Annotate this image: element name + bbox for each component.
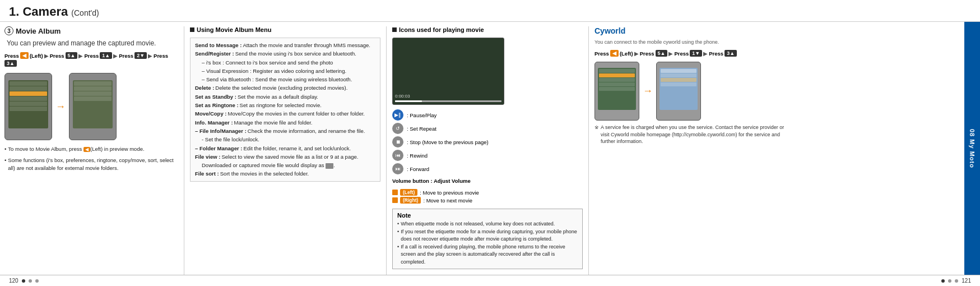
press-key-cyw-left: ◀: [610, 50, 619, 57]
press-label: Press: [4, 53, 19, 59]
press-key-cyw-3: 1▼: [690, 50, 702, 57]
press-label-cyw-2: Press: [640, 50, 654, 57]
menu-text: Set the movie as a default display.: [238, 93, 318, 100]
screen-row: [10, 96, 47, 101]
page-header: 1. Camera (Cont'd): [0, 0, 980, 22]
cy-screen-content-right: [659, 68, 698, 87]
menu-item: File sort : Sort the movies in the selec…: [195, 170, 375, 177]
press-key-5: 3▲: [4, 60, 17, 67]
screen-row: [74, 86, 112, 91]
menu-sub-text: – Send via Bluetooth : Send the movie us…: [202, 76, 352, 83]
footer-dot-r3: [955, 279, 958, 283]
arrow-2: ▶: [78, 53, 83, 59]
press-key-2: 5▲: [66, 52, 78, 59]
sidebar-label: 08 My Moto: [969, 129, 976, 168]
menu-label: – File Info/Manager :: [195, 127, 247, 135]
menu-item: Set as Standby : Set the movie as a defa…: [195, 93, 375, 100]
cy-screen-row: [599, 82, 635, 86]
section-name-icons: Icons used for playing movie: [399, 26, 484, 33]
menu-text: Send the movie using i's box service and…: [235, 50, 356, 57]
nav-key-left: (Left): [400, 189, 417, 196]
columns: 3 Movie Album You can preview and manage…: [0, 22, 964, 275]
footer-dot-r1: [941, 279, 945, 283]
forward-icon: ⏭: [392, 163, 403, 174]
menu-sub-text: – Visual Expression : Register as video …: [202, 67, 346, 75]
menu-text: Set as ringtone for selected movie.: [240, 102, 322, 109]
asterisk-symbol: ※: [594, 124, 599, 145]
screen-row: [10, 107, 47, 111]
asterisk-note: ※ A service fee is charged when you use …: [594, 124, 785, 145]
page-container: 1. Camera (Cont'd) 3 Movie Album You can…: [0, 0, 980, 286]
movie-overlay-text: 0:00:03: [395, 94, 501, 99]
nav-key-right: (Right): [400, 197, 421, 204]
cy-screen-row: [599, 87, 635, 91]
menu-item: – Folder Manager : Edit the folder, rena…: [195, 145, 375, 152]
press-key-cyw-4: 3▲: [724, 50, 737, 57]
nav-key-section: (Left) : Move to previous movie (Right) …: [392, 189, 583, 204]
screen-row: [10, 86, 47, 91]
press-label-cyw-4: Press: [709, 50, 723, 57]
phone-arrow: →: [55, 101, 66, 113]
nav-right-label: : Move to next movie: [423, 197, 472, 204]
rewind-label: : Rewind: [407, 153, 428, 159]
press-key-cyw-2: 5▲: [656, 50, 668, 57]
section-num: 3 Movie Album: [4, 26, 178, 35]
stop-label: : Stop (Move to the previous page): [407, 139, 489, 145]
col-icons: Icons used for playing movie 0:00:03 ▶‖ …: [392, 26, 583, 275]
press-label-3: Press: [84, 53, 99, 59]
col-divider-1: [184, 26, 184, 275]
cy-screen-row: [661, 69, 696, 73]
footer-left: 120: [9, 278, 39, 284]
menu-label: Set as Standby :: [195, 93, 236, 100]
note-dot: •: [397, 220, 399, 228]
arrow-4: ▶: [148, 53, 152, 59]
bullet-note-1: • To move to Movie Album, press ◀(Left) …: [4, 145, 178, 153]
arrow-1: ▶: [44, 53, 49, 59]
cy-screen-left: [598, 68, 636, 110]
menu-label: File view :: [195, 153, 220, 160]
screen-row-highlight: [10, 91, 47, 96]
press-key-4: 2▼: [134, 52, 147, 59]
screen-row: [10, 81, 47, 86]
cy-phone-right: [656, 62, 701, 121]
bullet-text-1: To move to Movie Album, press ◀(Left) in…: [8, 145, 144, 153]
bullet-text-2: Some functions (i's box, preferences, ri…: [8, 156, 178, 172]
cy-screen-row-highlight: [599, 73, 635, 77]
footer-dot-r2: [948, 279, 951, 283]
bullet-dot: •: [4, 156, 6, 172]
screen-row: [74, 96, 112, 101]
page-footer: 120 121: [0, 275, 980, 286]
cyworld-phones: →: [594, 62, 785, 121]
menu-item: Send to Message : Attach the movie and t…: [195, 41, 375, 49]
volume-label: Volume button : Adjust Volume: [392, 178, 471, 184]
press-label-cyw-3: Press: [674, 50, 689, 57]
pause-play-label: : Pause/Play: [407, 112, 436, 118]
cyworld-desc: You can connect to the mobile cyworld us…: [594, 39, 785, 45]
arrow-3: ▶: [113, 53, 118, 59]
icon-row-stop: ⏹ : Stop (Move to the previous page): [392, 136, 583, 147]
black-square-icon-2: [392, 27, 397, 32]
footer-dot-3: [35, 279, 39, 283]
nav-key-left-row: (Left) : Move to previous movie: [392, 189, 583, 196]
menu-label: – Folder Manager :: [195, 145, 242, 152]
press-label-5: Press: [154, 53, 168, 59]
press-bar-cyworld: Press ◀ (Left) ▶ Press 5▲ ▶ Press 1▼ ▶ P…: [594, 50, 785, 57]
note-text-1: When etiquette mode is not released, vol…: [401, 220, 555, 228]
menu-sub-text: – i's box : Connect to i's box service a…: [202, 59, 333, 66]
note-item-1: • When etiquette mode is not released, v…: [397, 220, 578, 228]
bullet-dot: •: [4, 145, 6, 153]
nav-left-label: : Move to previous movie: [420, 190, 479, 196]
menu-item-sub: – Send via Bluetooth : Send the movie us…: [195, 76, 375, 83]
note-item-2: • If you reset the etiquette mode for a …: [397, 228, 578, 243]
cy-screen-row: [661, 73, 696, 77]
section-subtitle-icons: Icons used for playing movie: [392, 26, 583, 33]
arrow-cyw-1: ▶: [634, 50, 639, 57]
menu-text: Check the movie information, and rename …: [248, 127, 365, 135]
arrow-cyw-2: ▶: [668, 50, 673, 57]
menu-label: Move/Copy :: [195, 110, 226, 117]
screen-row: [10, 102, 47, 106]
menu-item: Info. Manager : Manage the movie file an…: [195, 119, 375, 126]
menu-list: Send to Message : Attach the movie and t…: [190, 38, 380, 182]
menu-text: Edit the folder, rename it, and set lock…: [243, 145, 351, 152]
note-title: Note: [397, 212, 578, 219]
